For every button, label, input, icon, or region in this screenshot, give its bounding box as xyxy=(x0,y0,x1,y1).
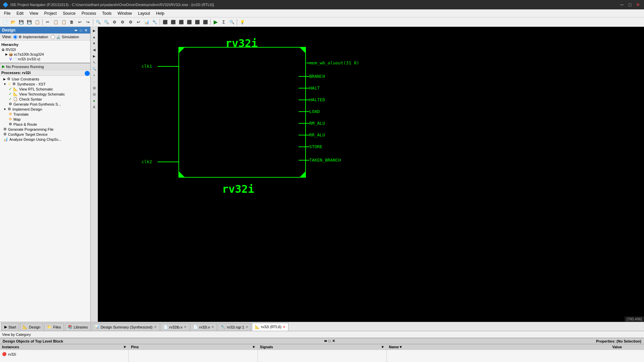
sim-radio-label[interactable]: 🔬 Simulation xyxy=(51,35,79,39)
tab-rv32i-v[interactable]: 📄 rv32i.v ✕ xyxy=(190,323,217,331)
menu-layout[interactable]: Layout xyxy=(135,9,153,17)
delete-button[interactable]: 🗑 xyxy=(68,18,75,26)
tab-rv32i-rtl-close[interactable]: ✕ xyxy=(283,325,285,329)
proc-implement[interactable]: ▼ ⚙ Implement Design xyxy=(1,107,90,112)
tb26[interactable]: ⬛ xyxy=(202,18,209,26)
help-tb-button[interactable]: 💡 xyxy=(238,18,246,26)
tb5[interactable]: 📋 xyxy=(34,18,41,26)
tb22[interactable]: ⬛ xyxy=(169,18,177,26)
menu-process[interactable]: Process xyxy=(79,9,99,17)
search-tb-button[interactable]: 🔍 xyxy=(228,18,235,26)
stop-button[interactable]: Σ xyxy=(220,18,227,26)
save-all-button[interactable]: 💾 xyxy=(25,18,33,26)
tab-files[interactable]: 📁 Files xyxy=(44,323,64,331)
new-button[interactable]: 📄 xyxy=(1,18,9,26)
impl-radio-label[interactable]: ⚙ Implementation xyxy=(13,35,48,39)
proc-check-syntax[interactable]: ✓ 📋 Check Syntax xyxy=(1,97,90,102)
tab-rv32i-ngr-close[interactable]: ✕ xyxy=(246,325,248,329)
side-btn-8[interactable]: + xyxy=(91,72,97,78)
side-btn-3[interactable]: ▼ xyxy=(91,40,97,46)
bottom-close-button[interactable]: ✕ xyxy=(332,339,335,343)
tab-libraries[interactable]: 📚 Libraries xyxy=(65,323,91,331)
proc-analyze[interactable]: 📊 Analyze Design Using ChipSc... xyxy=(1,137,90,142)
proc-configure[interactable]: ⚙ Configure Target Device xyxy=(1,132,90,137)
menu-view[interactable]: View xyxy=(27,9,41,17)
tb24[interactable]: ⬛ xyxy=(185,18,193,26)
menu-source[interactable]: Source xyxy=(60,9,78,17)
side-btn-7[interactable]: 🔍 xyxy=(91,66,97,72)
tb19[interactable]: 📊 xyxy=(143,18,150,26)
side-btn-6[interactable]: ↖ xyxy=(91,59,97,65)
impl-radio[interactable] xyxy=(13,35,17,39)
minimize-button[interactable]: ─ xyxy=(619,1,625,8)
proc-user-constraints[interactable]: ▶ ⚙ User Constraints xyxy=(1,76,90,81)
tb25[interactable]: ⬛ xyxy=(194,18,201,26)
tab-design-summary[interactable]: 📊 Design Summary (Synthesized) ✕ xyxy=(92,323,160,331)
tab-rv32tb-close[interactable]: ✕ xyxy=(184,325,186,329)
side-btn-4[interactable]: ◀ xyxy=(91,47,97,53)
sim-radio[interactable] xyxy=(51,35,55,39)
open-button[interactable]: 📂 xyxy=(9,18,17,26)
proc-view-tech[interactable]: ✓ 📐 View Technology Schematic xyxy=(1,92,90,97)
bottom-expand-button[interactable]: □ xyxy=(328,339,331,343)
side-btn-5[interactable]: ▶ xyxy=(91,53,97,59)
proc-gen-prog[interactable]: ⚙ Generate Programming File xyxy=(1,127,90,132)
tb20[interactable]: 🔧 xyxy=(151,18,158,26)
proc-view-rtl[interactable]: ✓ 📐 View RTL Schematic xyxy=(1,86,90,92)
menu-help[interactable]: Help xyxy=(153,9,167,17)
tab-rv32i-rtl[interactable]: 📐 rv32i (RTL6) ✕ xyxy=(252,323,288,331)
proc-translate[interactable]: ⚙ Translate xyxy=(1,112,90,117)
signals-sort-icon[interactable]: ▼ xyxy=(381,345,384,349)
side-btn-9[interactable]: - xyxy=(91,78,97,84)
cut-button[interactable]: ✂ xyxy=(44,18,51,26)
implement-expand[interactable]: ▼ xyxy=(3,108,6,111)
menu-window[interactable]: Window xyxy=(115,9,135,17)
tab-summary-close[interactable]: ✕ xyxy=(154,325,157,329)
menu-file[interactable]: File xyxy=(1,9,13,17)
tree-device[interactable]: ▶ 📦 xc7a100t-3csg324 xyxy=(1,52,89,57)
close-button[interactable]: ✕ xyxy=(635,1,641,8)
pins-sort-icon[interactable]: ▼ xyxy=(252,345,256,349)
design-close-button[interactable]: ✕ xyxy=(84,28,88,33)
name-sort-icon[interactable]: ▼ xyxy=(399,345,402,349)
side-btn-A[interactable]: A xyxy=(91,104,97,110)
schematic-area[interactable]: rv32i clk1 clk2 mem_wb_aluout(31 0) xyxy=(98,27,644,322)
tb15[interactable]: ⚙ xyxy=(111,18,118,26)
side-btn-10[interactable]: ⊞ xyxy=(91,85,97,91)
undo-button[interactable]: ↩ xyxy=(76,18,84,26)
tab-rv32i-v-close[interactable]: ✕ xyxy=(211,325,214,329)
design-pin-button[interactable]: ⬌ xyxy=(73,28,78,33)
menu-tools[interactable]: Tools xyxy=(100,9,114,17)
instances-sort-icon[interactable]: ▼ xyxy=(123,345,127,349)
tb17[interactable]: ⚙ xyxy=(127,18,134,26)
tb18[interactable]: ↩ xyxy=(135,18,142,26)
tree-rv32i[interactable]: 🖥 RV32I xyxy=(1,47,89,52)
proc-synthesize[interactable]: ▼ ⚠ ⚙ Synthesize - XST xyxy=(1,81,90,86)
title-bar-controls[interactable]: ─ □ ✕ xyxy=(619,1,641,8)
bottom-pin-button[interactable]: ⬌ xyxy=(324,339,327,343)
copy-button[interactable]: 📋 xyxy=(52,18,59,26)
user-constraints-expand[interactable]: ▶ xyxy=(3,77,6,81)
tb23[interactable]: ⬛ xyxy=(177,18,185,26)
device-expand-icon[interactable]: ▶ xyxy=(5,53,8,56)
processes-scrollbar[interactable] xyxy=(86,71,89,76)
tab-rv32i-ngr[interactable]: 🔧 rv32i.ngr:1 ✕ xyxy=(218,323,251,331)
run-button[interactable]: ▶ xyxy=(212,18,219,26)
menu-edit[interactable]: Edit xyxy=(14,9,26,17)
tab-rv32tb[interactable]: 📄 rv32tb.v ✕ xyxy=(160,323,190,331)
synthesize-expand[interactable]: ▼ xyxy=(3,82,6,86)
side-btn-11[interactable]: ⊟ xyxy=(91,91,97,97)
save-button[interactable]: 💾 xyxy=(17,18,25,26)
tree-rv32i-v[interactable]: V 📄 rv32i (rv32i.v) xyxy=(1,57,89,61)
tb14[interactable]: 🔍 xyxy=(103,18,110,26)
side-btn-2[interactable]: ▲ xyxy=(91,34,97,40)
tb13[interactable]: 🔍 xyxy=(95,18,102,26)
paste-button[interactable]: 📋 xyxy=(60,18,67,26)
redo-button[interactable]: ↪ xyxy=(84,18,92,26)
proc-gen-post[interactable]: ⚙ Generate Post-Synthesis S... xyxy=(1,102,90,107)
side-btn-12[interactable]: ● xyxy=(91,98,97,104)
tab-start[interactable]: ▶ Start xyxy=(1,323,19,331)
menu-project[interactable]: Project xyxy=(42,9,59,17)
tab-design[interactable]: 📐 Design xyxy=(20,323,43,331)
side-btn-1[interactable]: ▶ xyxy=(91,27,97,34)
